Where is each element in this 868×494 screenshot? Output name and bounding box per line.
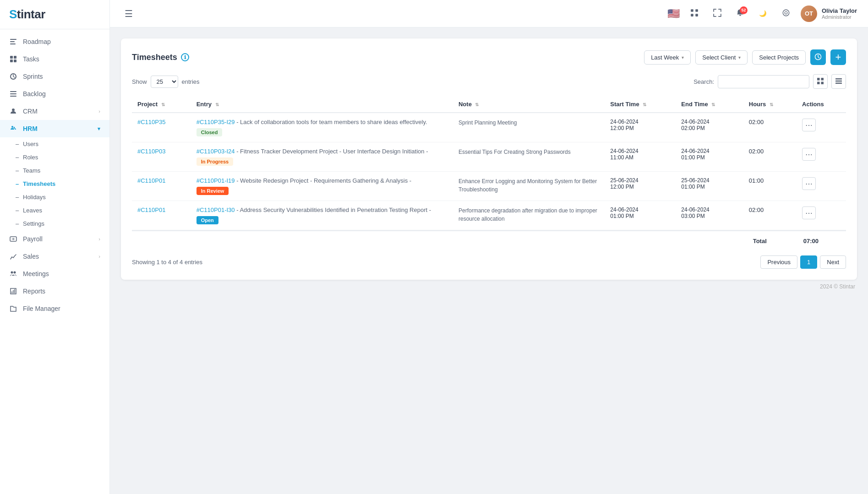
- project-link[interactable]: #C110P03: [137, 148, 165, 155]
- info-icon[interactable]: ℹ: [181, 53, 189, 61]
- add-timesheet-button[interactable]: +: [830, 49, 846, 65]
- sidebar-item-label: Payroll: [23, 235, 93, 243]
- select-projects-filter[interactable]: Select Projects: [752, 50, 806, 65]
- table-wrap: Project ⇅ Entry ⇅ Note ⇅: [132, 96, 846, 230]
- table-row: #C110P03 #C110P03-I24 - Fitness Tracker …: [132, 142, 846, 172]
- col-note[interactable]: Note ⇅: [453, 96, 605, 113]
- cell-hours: 01:00: [743, 172, 797, 201]
- language-flag[interactable]: 🇺🇸: [667, 8, 680, 20]
- user-details: Olivia Taylor Administrator: [822, 7, 857, 20]
- svg-rect-5: [10, 60, 13, 62]
- project-link[interactable]: #C110P01: [137, 177, 165, 184]
- clock-button[interactable]: [810, 49, 826, 65]
- entry-link[interactable]: #C110P03-I24: [197, 148, 235, 155]
- cell-actions: ⋯: [797, 142, 846, 172]
- row-actions-button[interactable]: ⋯: [802, 206, 816, 219]
- chevron-down-icon: ▾: [682, 55, 684, 60]
- sidebar-item-roles[interactable]: – Roles: [23, 151, 109, 164]
- row-actions-button[interactable]: ⋯: [802, 177, 816, 190]
- sidebar-item-timesheets[interactable]: – Timesheets: [23, 177, 109, 190]
- entry-text: - Fitness Tracker Development Project - …: [236, 148, 428, 155]
- col-hours[interactable]: Hours ⇅: [743, 96, 797, 113]
- col-start-time[interactable]: Start Time ⇅: [605, 96, 676, 113]
- svg-rect-10: [10, 96, 16, 97]
- sidebar-item-label: Meetings: [23, 270, 49, 277]
- entry-link[interactable]: #C110P01-I30: [197, 206, 235, 213]
- cell-project: #C110P01: [132, 201, 191, 230]
- user-name: Olivia Taylor: [822, 7, 857, 14]
- cell-actions: ⋯: [797, 113, 846, 142]
- row-actions-button[interactable]: ⋯: [802, 119, 816, 131]
- sidebar-item-sales[interactable]: Sales ›: [0, 248, 109, 265]
- total-hours: 07:00: [803, 238, 819, 244]
- sidebar-item-roadmap[interactable]: Roadmap: [0, 33, 109, 50]
- sidebar-item-users[interactable]: – Users: [23, 137, 109, 151]
- entry-link[interactable]: #C110P01-I19: [197, 177, 235, 184]
- project-link[interactable]: #C110P35: [137, 119, 165, 125]
- svg-point-18: [783, 10, 789, 16]
- previous-button[interactable]: Previous: [760, 255, 797, 269]
- project-link[interactable]: #C110P01: [137, 206, 165, 213]
- table-row: #C110P35 #C110P35-I29 - Lack of collabor…: [132, 113, 846, 142]
- menu-toggle-button[interactable]: ☰: [121, 6, 136, 21]
- svg-rect-4: [14, 56, 16, 59]
- sidebar-item-crm[interactable]: CRM ›: [0, 103, 109, 120]
- sidebar-item-hrm[interactable]: HRM ▾: [0, 120, 109, 137]
- table-row: #C110P01 #C110P01-I30 - Address Security…: [132, 201, 846, 230]
- page-title: Timesheets: [132, 53, 177, 62]
- apps-grid-button[interactable]: [686, 5, 703, 22]
- status-badge: Open: [197, 216, 218, 224]
- col-end-time[interactable]: End Time ⇅: [676, 96, 743, 113]
- svg-point-13: [14, 271, 16, 274]
- settings-button[interactable]: [778, 5, 794, 22]
- sort-icon: ⇅: [475, 102, 479, 107]
- cell-start-time: 24-06-202412:00 PM: [605, 113, 676, 142]
- card-header: Timesheets ℹ Last Week ▾ Select Client ▾…: [132, 49, 846, 65]
- cell-project: #C110P03: [132, 142, 191, 172]
- list-view-button[interactable]: [831, 74, 846, 89]
- payroll-icon: [9, 235, 17, 243]
- last-week-filter[interactable]: Last Week ▾: [644, 50, 691, 65]
- col-project[interactable]: Project ⇅: [132, 96, 191, 113]
- expand-button[interactable]: [709, 5, 726, 22]
- sidebar-item-label: Sprints: [23, 73, 43, 80]
- tasks-icon: [9, 55, 17, 63]
- sidebar-item-settings[interactable]: – Settings: [23, 217, 109, 230]
- cell-entry: #C110P35-I29 - Lack of collaboration too…: [191, 113, 453, 142]
- notifications-button[interactable]: 52: [732, 5, 748, 22]
- grid-view-icon: [817, 78, 824, 86]
- payroll-arrow-icon: ›: [98, 236, 100, 242]
- hamburger-icon: ☰: [125, 9, 133, 19]
- sidebar-item-label: HRM: [23, 125, 92, 132]
- sidebar-item-backlog[interactable]: Backlog: [0, 85, 109, 103]
- sidebar-item-tasks[interactable]: Tasks: [0, 50, 109, 68]
- row-actions-button[interactable]: ⋯: [802, 148, 816, 161]
- dark-mode-button[interactable]: 🌙: [755, 5, 771, 22]
- hrm-submenu: – Users – Roles – Teams – Timesheets – H…: [0, 137, 109, 230]
- table-view-button[interactable]: [813, 74, 828, 89]
- sidebar-item-payroll[interactable]: Payroll ›: [0, 230, 109, 248]
- list-view-icon: [835, 78, 842, 86]
- svg-rect-8: [10, 91, 16, 92]
- entry-link[interactable]: #C110P35-I29: [197, 119, 235, 125]
- user-profile[interactable]: OT Olivia Taylor Administrator: [801, 5, 857, 22]
- sidebar-item-meetings[interactable]: Meetings: [0, 265, 109, 282]
- entries-select[interactable]: 25 50 100: [151, 76, 178, 88]
- sidebar-item-reports[interactable]: Reports: [0, 282, 109, 300]
- sidebar-item-holidays[interactable]: – Holidays: [23, 190, 109, 204]
- col-entry[interactable]: Entry ⇅: [191, 96, 453, 113]
- sort-icon: ⇅: [215, 102, 219, 107]
- sidebar-item-file-manager[interactable]: File Manager: [0, 300, 109, 317]
- sidebar-item-sprints[interactable]: Sprints: [0, 68, 109, 85]
- next-button[interactable]: Next: [820, 255, 846, 269]
- sidebar-item-leaves[interactable]: – Leaves: [23, 204, 109, 217]
- entry-text: - Website Redesign Project - Requirement…: [236, 177, 411, 184]
- svg-rect-0: [10, 39, 16, 40]
- clock-icon: [814, 53, 822, 62]
- select-client-filter[interactable]: Select Client ▾: [695, 50, 748, 65]
- cell-entry: #C110P03-I24 - Fitness Tracker Developme…: [191, 142, 453, 172]
- svg-rect-21: [821, 78, 824, 81]
- sidebar-item-teams[interactable]: – Teams: [23, 164, 109, 177]
- search-input[interactable]: [718, 75, 809, 88]
- page-1-button[interactable]: 1: [800, 255, 817, 269]
